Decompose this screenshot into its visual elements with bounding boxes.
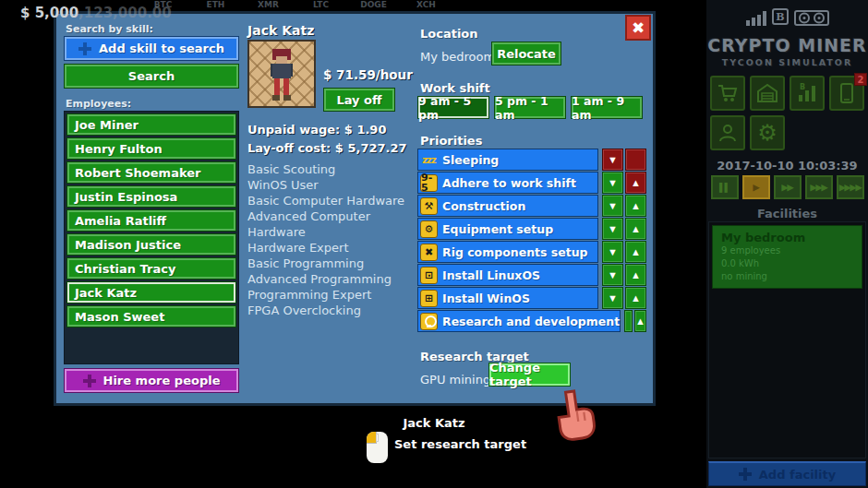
- facility-item[interactable]: My bedroom 9 employees 0.0 kWh no mining: [712, 225, 862, 289]
- priority-down-button[interactable]: ▼: [602, 195, 623, 217]
- speed-button[interactable]: ▶▶: [774, 175, 802, 199]
- priority-up-button[interactable]: ▲: [625, 218, 646, 240]
- work-shift-option[interactable]: 9 am - 5 pm: [417, 96, 489, 119]
- priority-up-button[interactable]: ▲: [625, 287, 646, 309]
- skill-item: Advanced Programming: [247, 271, 418, 287]
- close-button[interactable]: ✖: [625, 15, 651, 41]
- arrow-up-icon: ▲: [631, 200, 641, 211]
- hire-more-people-button[interactable]: Hire more people: [64, 368, 239, 393]
- priority-down-button[interactable]: ▼: [602, 172, 623, 194]
- arrow-down-icon: ▼: [608, 200, 618, 211]
- priority-item[interactable]: ⊞ Install WinOS: [417, 287, 598, 309]
- skill-item: Basic Programming: [247, 256, 418, 271]
- speed-button[interactable]: ▶: [742, 175, 770, 199]
- arrow-down-icon: ▼: [608, 223, 618, 234]
- employee-item[interactable]: Madison Justice: [66, 233, 236, 256]
- settings-button[interactable]: ⚙: [750, 115, 785, 150]
- priority-up-button[interactable]: ▲: [625, 264, 646, 286]
- priority-down-button[interactable]: ▼: [602, 241, 623, 263]
- statistics-button[interactable]: B: [790, 76, 825, 111]
- priority-item[interactable]: ✖ Rig components setup: [417, 241, 598, 263]
- speed-button[interactable]: ▶▶▶: [805, 175, 833, 199]
- arrow-up-icon: ▲: [635, 315, 645, 327]
- priorities-label: Priorities: [420, 134, 482, 148]
- employee-item[interactable]: Amelia Ratliff: [66, 209, 236, 232]
- ticker-label: DOGE: [347, 0, 400, 9]
- priority-down-button[interactable]: ▼: [602, 264, 623, 286]
- employee-item[interactable]: Jack Katz: [66, 281, 236, 304]
- priority-up-button[interactable]: [625, 149, 646, 171]
- location-value: My bedroom: [420, 50, 495, 64]
- facility-name: My bedroom: [721, 231, 853, 244]
- priority-row: ⚒ Construction ▼ ▲: [417, 195, 646, 217]
- employee-item[interactable]: Mason Sweet: [66, 305, 236, 327]
- priority-item[interactable]: ⊡ Install LinuxOS: [417, 264, 598, 286]
- bars-logo-icon: [746, 11, 766, 26]
- add-skill-button[interactable]: Add skill to search: [64, 36, 239, 61]
- speed-button[interactable]: ▶▶▶▶: [837, 175, 864, 199]
- priority-down-button[interactable]: [624, 310, 633, 332]
- hourly-wage: $ 71.59/hour: [323, 67, 413, 82]
- employees-button[interactable]: [710, 115, 745, 150]
- priority-list: zzz Sleeping ▼ 9-5 Adhere to work shift …: [417, 149, 646, 333]
- close-icon: ✖: [632, 18, 645, 37]
- gpu-logo-icon: [794, 9, 829, 26]
- employee-item[interactable]: Joe Miner: [66, 113, 236, 136]
- priority-item[interactable]: ⚒ Construction: [417, 195, 598, 217]
- speed-icon: ▶▶▶▶: [839, 183, 862, 192]
- priority-row: ⚙ Equipment setup ▼ ▲: [417, 218, 646, 240]
- shop-button[interactable]: [710, 76, 745, 111]
- priority-row: Research and development ▲: [417, 310, 646, 332]
- priority-up-button[interactable]: ▲: [634, 310, 646, 332]
- priority-row: zzz Sleeping ▼: [417, 149, 646, 171]
- skill-item: FPGA Overclocking: [247, 303, 418, 318]
- hand-cursor-icon: [549, 386, 600, 450]
- skill-item: Basic Computer Hardware: [247, 193, 418, 208]
- arrow-up-icon: ▲: [631, 223, 641, 234]
- priority-item[interactable]: ⚙ Equipment setup: [417, 218, 598, 240]
- speed-icon: ▶▶: [782, 183, 793, 192]
- priority-down-button[interactable]: ▼: [602, 149, 623, 171]
- change-target-button[interactable]: Change target: [488, 363, 571, 387]
- arrow-down-icon: ▼: [608, 154, 618, 165]
- priority-row: ⊡ Install LinuxOS ▼ ▲: [417, 264, 646, 286]
- speed-button[interactable]: ▌▌: [711, 175, 739, 199]
- priority-down-button[interactable]: ▼: [602, 287, 623, 309]
- lay-off-button[interactable]: Lay off: [323, 88, 395, 112]
- employee-item[interactable]: Justin Espinosa: [66, 185, 236, 208]
- employee-item[interactable]: Henry Fulton: [66, 137, 236, 160]
- garage-button[interactable]: [750, 76, 785, 111]
- add-facility-button[interactable]: Add facility: [708, 461, 866, 486]
- phone-button[interactable]: 2: [829, 76, 864, 111]
- priority-up-button[interactable]: ▲: [625, 195, 646, 217]
- plus-icon: [83, 375, 96, 387]
- sidebar: B CRYPTO MINER TYCOON SIMULATOR: [706, 0, 868, 488]
- work-shift-option[interactable]: 5 pm - 1 am: [494, 96, 566, 119]
- gear-icon: ⚙: [757, 122, 778, 144]
- facilities-label: Facilities: [706, 207, 868, 220]
- relocate-button[interactable]: Relocate: [491, 42, 561, 65]
- priority-up-button[interactable]: ▲: [625, 241, 646, 263]
- game-title: CRYPTO MINER: [706, 35, 868, 55]
- skill-item: Advanced Computer Hardware: [247, 208, 418, 240]
- employee-item[interactable]: Christian Tracy: [66, 257, 236, 280]
- install-linux-icon: ⊡: [420, 267, 438, 284]
- priority-up-button[interactable]: ▲: [625, 172, 646, 194]
- search-button[interactable]: Search: [64, 64, 239, 89]
- priority-item[interactable]: zzz Sleeping: [417, 149, 598, 171]
- arrow-up-icon: ▲: [631, 269, 641, 280]
- work-shift-option[interactable]: 1 am - 9 am: [571, 96, 643, 119]
- skill-item: Basic Scouting: [247, 161, 418, 177]
- priority-item[interactable]: Research and development: [417, 310, 621, 332]
- facilities-panel: My bedroom 9 employees 0.0 kWh no mining: [708, 221, 866, 458]
- arrow-down-icon: ▼: [608, 269, 618, 280]
- employee-item[interactable]: Robert Shoemaker: [66, 161, 236, 184]
- priority-row: ✖ Rig components setup ▼ ▲: [417, 241, 646, 263]
- logo: B: [706, 7, 868, 26]
- mouse-left-click-icon: [367, 432, 388, 463]
- priority-down-button[interactable]: ▼: [602, 218, 623, 240]
- location-label: Location: [420, 27, 478, 41]
- priority-item[interactable]: 9-5 Adhere to work shift: [417, 172, 598, 194]
- svg-text:B: B: [776, 11, 784, 23]
- arrow-up-icon: ▲: [631, 292, 641, 304]
